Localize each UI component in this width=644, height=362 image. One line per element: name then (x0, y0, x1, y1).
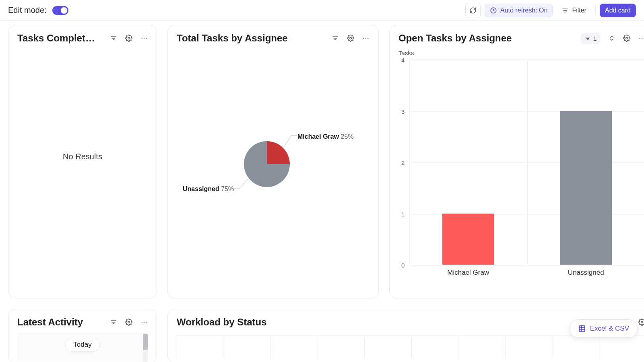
pie-label-2-pct: 75% (221, 185, 234, 192)
card-filter-button[interactable] (332, 35, 339, 42)
activity-scroll-thumb[interactable] (143, 334, 148, 350)
filter-button[interactable]: Filter (557, 4, 591, 17)
svg-point-21 (626, 37, 628, 39)
card-actions (110, 319, 148, 326)
bar-xlabel: Unassigned (568, 269, 604, 277)
bar-chart: Tasks 01234Michael GrawUnassigned (398, 44, 644, 277)
toolbar: Edit mode: Auto refresh: On Filter Add c… (0, 0, 644, 21)
toolbar-left: Edit mode: (8, 6, 68, 15)
card-actions (110, 35, 148, 42)
bar-vline (409, 60, 410, 265)
card-header: Total Tasks by Assignee (177, 33, 369, 44)
svg-point-35 (641, 321, 643, 323)
edit-mode-toggle[interactable] (52, 6, 68, 15)
card-tasks-completed: Tasks Complete… No Results (8, 25, 157, 298)
gear-icon (125, 319, 132, 326)
more-icon (140, 319, 148, 326)
pie-leader-lines (177, 44, 388, 269)
toolbar-right: Auto refresh: On Filter Add card (465, 3, 636, 18)
svg-point-23 (642, 38, 642, 39)
card-total-tasks: Total Tasks by Assignee Michael Graw 25% (167, 25, 379, 298)
gear-icon (623, 35, 630, 42)
card-more-button[interactable] (140, 35, 148, 42)
pie-label-2-name: Unassigned (183, 185, 219, 192)
card-header: Open Tasks by Assignee 1 (398, 33, 644, 44)
bar-gridline (409, 265, 644, 265)
svg-point-15 (363, 38, 364, 39)
card-more-button[interactable] (140, 319, 148, 326)
workload-gridline (270, 335, 271, 359)
pie-label-1-pct: 25% (341, 133, 354, 140)
edit-mode-label: Edit mode: (8, 6, 47, 15)
filter-icon (585, 35, 591, 41)
svg-point-17 (367, 38, 368, 39)
bar-ytick: 1 (401, 210, 405, 217)
card-settings-button[interactable] (623, 35, 630, 42)
card-actions: 1 (581, 33, 644, 44)
svg-point-31 (146, 322, 147, 323)
refresh-icon (469, 7, 477, 14)
more-icon (362, 35, 369, 42)
pie-label-2: Unassigned 75% (183, 185, 234, 193)
more-icon (638, 35, 644, 42)
no-results-message: No Results (17, 44, 148, 269)
card-filter-badge[interactable]: 1 (581, 33, 601, 44)
card-settings-button[interactable] (125, 319, 132, 326)
bar-gridline (409, 60, 644, 60)
svg-point-8 (142, 38, 142, 39)
svg-point-28 (128, 321, 130, 323)
workload-gridline (505, 335, 506, 359)
add-card-button[interactable]: Add card (600, 4, 636, 17)
pie-label-1: Michael Graw 25% (297, 133, 354, 140)
export-label: Excel & CSV (590, 325, 629, 333)
filter-label: Filter (572, 7, 586, 14)
workload-gridline (318, 335, 318, 359)
card-more-button[interactable] (638, 35, 644, 42)
filter-icon (110, 35, 117, 42)
bar-ytick: 0 (401, 262, 405, 269)
svg-point-10 (146, 38, 147, 39)
filter-icon (561, 7, 569, 14)
card-expand-button[interactable] (609, 35, 615, 41)
workload-gridline (177, 335, 177, 359)
card-filter-button[interactable] (110, 35, 117, 42)
gear-icon (347, 35, 354, 42)
toggle-knob (61, 7, 67, 14)
workload-gridline (411, 335, 412, 359)
card-settings-button[interactable] (347, 35, 354, 42)
workload-gridline (364, 335, 365, 359)
add-card-label: Add card (605, 7, 631, 14)
workload-gridline (224, 335, 224, 359)
svg-point-7 (128, 37, 130, 39)
bar-ylabel: Tasks (398, 49, 644, 56)
filter-icon (332, 35, 339, 42)
bar-ytick: 3 (401, 108, 405, 115)
pie-chart: Michael Graw 25% Unassigned 75% (177, 44, 369, 269)
svg-point-16 (365, 38, 366, 39)
clock-icon (490, 7, 497, 14)
export-excel-csv-button[interactable]: Excel & CSV (570, 319, 638, 338)
auto-refresh-button[interactable]: Auto refresh: On (485, 4, 553, 17)
workload-gridline (458, 335, 458, 359)
card-filter-button[interactable] (110, 319, 117, 326)
bar-xlabel: Michael Graw (447, 269, 489, 277)
bar-rect (560, 111, 612, 265)
card-settings-button[interactable] (638, 319, 644, 326)
card-actions (332, 35, 369, 42)
bar-ytick: 2 (401, 159, 405, 166)
bar-vline (527, 60, 528, 265)
svg-point-30 (144, 322, 144, 323)
card-more-button[interactable] (362, 35, 369, 42)
card-title: Total Tasks by Assignee (177, 33, 288, 44)
filter-icon (110, 319, 117, 326)
svg-point-29 (142, 322, 142, 323)
activity-scrollbar[interactable] (143, 334, 148, 362)
card-title: Open Tasks by Assignee (398, 33, 512, 44)
pie-label-1-name: Michael Graw (297, 133, 339, 140)
card-settings-button[interactable] (125, 35, 132, 42)
svg-point-14 (350, 37, 352, 39)
refresh-button[interactable] (465, 3, 481, 18)
card-latest-activity: Latest Activity Today (8, 309, 157, 362)
card-grid: Tasks Complete… No Results Total Tasks b… (0, 21, 644, 362)
workload-gridline (599, 335, 599, 359)
